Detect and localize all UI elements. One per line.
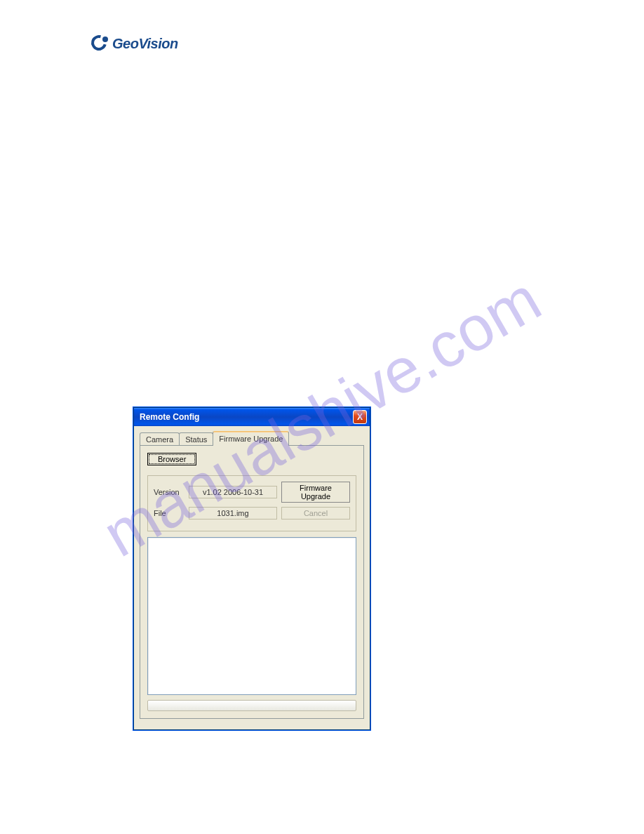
titlebar[interactable]: Remote Config X bbox=[134, 408, 370, 426]
tab-firmware-upgrade[interactable]: Firmware Upgrade bbox=[213, 431, 289, 446]
tab-camera[interactable]: Camera bbox=[140, 432, 180, 446]
dialog-body: Camera Status Firmware Upgrade Browser V… bbox=[134, 426, 370, 729]
tabpage-firmware: Browser Version v1.02 2006-10-31 Firmwar… bbox=[140, 445, 364, 719]
logo-mark bbox=[91, 35, 108, 52]
version-label: Version bbox=[154, 488, 185, 496]
firmware-upgrade-button[interactable]: Firmware Upgrade bbox=[281, 482, 350, 503]
brand-logo: GeoVision bbox=[91, 35, 554, 52]
cancel-button: Cancel bbox=[281, 507, 350, 519]
firmware-fieldset: Version v1.02 2006-10-31 Firmware Upgrad… bbox=[147, 475, 356, 531]
tabstrip: Camera Status Firmware Upgrade bbox=[140, 430, 364, 446]
version-value: v1.02 2006-10-31 bbox=[189, 486, 277, 498]
file-value: 1031.img bbox=[189, 507, 277, 519]
remote-config-dialog: Remote Config X Camera Status Firmware U… bbox=[133, 407, 370, 730]
file-label: File bbox=[154, 509, 185, 517]
dialog-title: Remote Config bbox=[140, 412, 199, 422]
browser-button[interactable]: Browser bbox=[147, 453, 196, 465]
progress-bar bbox=[147, 700, 356, 711]
file-row: File 1031.img Cancel bbox=[154, 507, 350, 519]
upgrade-log-textarea[interactable] bbox=[147, 537, 356, 695]
close-icon[interactable]: X bbox=[353, 410, 367, 424]
logo-text: GeoVision bbox=[112, 36, 178, 52]
tab-status[interactable]: Status bbox=[179, 432, 213, 446]
version-row: Version v1.02 2006-10-31 Firmware Upgrad… bbox=[154, 482, 350, 503]
